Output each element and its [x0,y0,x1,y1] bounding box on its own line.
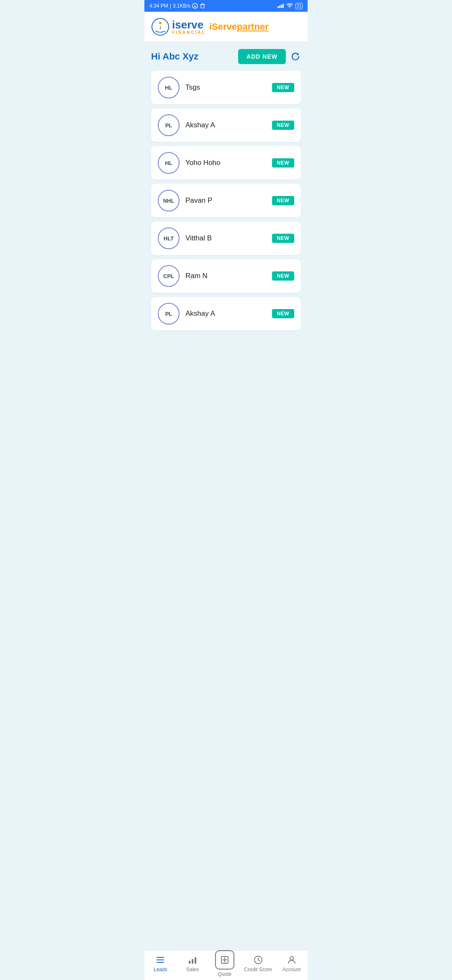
logo-brand: iserve [172,19,206,30]
signal-icon [277,4,284,8]
new-badge: NEW [272,234,295,243]
lead-name: Vitthal B [185,234,266,242]
lead-item[interactable]: HL Yoho Hoho NEW [151,146,301,180]
top-row: Hi Abc Xyz ADD NEW [151,49,301,64]
refresh-button[interactable] [290,51,301,62]
lead-item[interactable]: NHL Pavan P NEW [151,184,301,217]
lead-avatar: CPL [158,265,180,287]
refresh-icon [290,51,301,62]
lead-item[interactable]: PL Akshay A NEW [151,297,301,330]
lead-name: Ram N [185,272,266,280]
leads-list: HL Tsgs NEW PL Akshay A NEW HL Yoho Hoho… [151,71,301,330]
svg-text:i: i [159,25,161,30]
new-badge: NEW [272,271,295,281]
top-actions: ADD NEW [238,49,301,64]
lead-item[interactable]: HL Tsgs NEW [151,71,301,104]
add-new-button[interactable]: ADD NEW [238,49,286,64]
new-badge: NEW [272,158,295,168]
svg-text:A: A [194,5,196,8]
android-icon: A [192,3,198,9]
separator: | [170,3,171,9]
lead-avatar: PL [158,303,180,325]
lead-avatar: HL [158,77,180,98]
new-badge: NEW [272,83,295,92]
lead-name: Pavan P [185,196,266,205]
main-content: Hi Abc Xyz ADD NEW HL Tsgs NEW PL Akshay… [144,42,308,337]
battery-level: 21 [297,4,301,8]
lead-name: Yoho Hoho [185,159,266,167]
new-badge: NEW [272,121,295,130]
lead-item[interactable]: PL Akshay A NEW [151,108,301,142]
lead-avatar: HLT [158,227,180,249]
lead-avatar: PL [158,114,180,136]
lead-avatar: NHL [158,190,180,211]
status-left: 4:34 PM | 3.1KB/s A [149,3,205,9]
lead-name: Tsgs [185,83,266,92]
status-right: 21 [277,3,303,9]
lead-item[interactable]: CPL Ram N NEW [151,259,301,293]
app-header: i iserve FINANCIAL iServepartner [144,12,308,42]
time: 4:34 PM [149,3,168,9]
lead-avatar: HL [158,152,180,174]
greeting-text: Hi Abc Xyz [151,51,198,62]
logo: i iserve FINANCIAL [151,18,206,36]
battery-icon: 21 [295,3,303,9]
partner-label: iServepartner [209,21,269,32]
lead-name: Akshay A [185,121,266,129]
wifi-icon [286,3,293,8]
svg-rect-2 [201,5,204,8]
network-speed: 3.1KB/s [173,3,190,9]
status-bar: 4:34 PM | 3.1KB/s A 21 [144,0,308,12]
logo-icon: i [151,18,170,36]
partner-partner: partner [237,21,269,32]
new-badge: NEW [272,309,295,318]
partner-iserve: iServe [209,21,237,32]
svg-point-8 [159,22,162,24]
trash-icon [200,3,205,9]
logo-text-group: iserve FINANCIAL [172,19,206,35]
lead-name: Akshay A [185,309,266,318]
logo-sub: FINANCIAL [172,30,206,35]
lead-item[interactable]: HLT Vitthal B NEW [151,222,301,255]
new-badge: NEW [272,196,295,205]
